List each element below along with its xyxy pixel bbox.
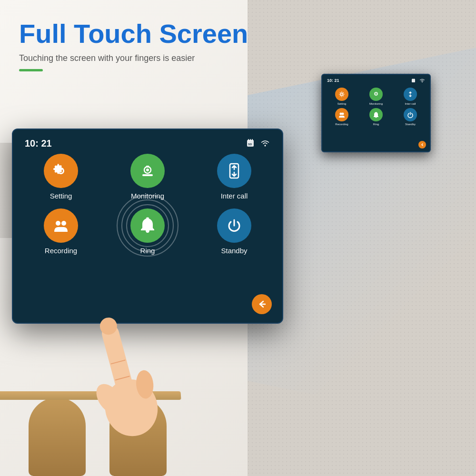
recording-label: Recording [45, 247, 77, 255]
svg-rect-21 [412, 79, 413, 79]
intercall-icon-small [404, 88, 417, 101]
sd-icon-small [412, 79, 416, 83]
app-item-small-monitoring[interactable]: Monitoring [361, 88, 391, 105]
svg-rect-23 [414, 79, 415, 79]
svg-rect-20 [412, 79, 415, 82]
setting-icon-small [335, 88, 348, 101]
app-item-small-recording[interactable]: Recording [327, 108, 357, 126]
svg-point-12 [61, 221, 66, 226]
wifi-icon-small [419, 78, 425, 83]
svg-point-7 [146, 169, 149, 171]
app-item-standby[interactable]: Standby [198, 208, 270, 255]
app-grid-large: Setting Monitoring [25, 154, 270, 255]
wifi-icon [260, 139, 270, 149]
standby-label-small: Standby [405, 123, 416, 126]
svg-point-27 [376, 93, 377, 94]
back-button-small[interactable] [418, 141, 426, 149]
screen-small: 10: 21 [321, 74, 431, 152]
screen-large-header: 10: 21 SD [25, 138, 270, 149]
intercall-label-small: Inter call [405, 102, 416, 105]
monitoring-label-small: Monitoring [369, 102, 383, 105]
app-item-ring[interactable]: Ring [111, 208, 184, 255]
app-item-recording[interactable]: Recording [25, 208, 97, 255]
setting-label-small: Setting [337, 102, 347, 105]
status-icons-small [412, 78, 425, 83]
recording-icon [44, 208, 78, 243]
svg-point-5 [265, 145, 266, 147]
standby-icon-small [404, 108, 417, 121]
ring-icon [130, 208, 165, 243]
ring-icon-small [369, 108, 383, 121]
setting-label: Setting [50, 192, 72, 200]
header: Full Touch Screen Touching the screen wi… [19, 19, 248, 71]
svg-point-29 [342, 113, 344, 115]
svg-rect-2 [250, 139, 251, 141]
recording-label-small: Recording [335, 123, 348, 126]
setting-icon [44, 154, 78, 188]
svg-text:SD: SD [248, 143, 252, 146]
svg-rect-9 [146, 166, 149, 168]
time-display-large: 10: 21 [25, 138, 52, 149]
monitoring-icon [130, 154, 165, 188]
svg-point-11 [56, 221, 60, 226]
page-subtitle: Touching the screen with your fingers is… [19, 53, 248, 63]
time-display-small: 10: 21 [327, 78, 339, 83]
app-item-small-setting[interactable]: Setting [327, 88, 357, 105]
svg-rect-8 [142, 174, 153, 176]
standby-icon [217, 208, 251, 243]
intercall-label: Inter call [221, 192, 248, 200]
recording-icon-small [335, 108, 348, 121]
svg-rect-3 [252, 139, 253, 141]
app-item-setting[interactable]: Setting [25, 154, 97, 200]
app-item-small-intercall[interactable]: Inter call [396, 88, 425, 105]
back-button-large[interactable] [252, 294, 272, 314]
page-title: Full Touch Screen [19, 19, 248, 49]
status-icons-large: SD [247, 139, 270, 149]
standby-label: Standby [221, 247, 247, 255]
app-item-intercall[interactable]: Inter call [198, 154, 270, 200]
svg-rect-22 [413, 79, 414, 79]
app-item-small-standby[interactable]: Standby [396, 108, 425, 126]
sd-icon: SD [247, 139, 257, 149]
hand-pointer [71, 286, 167, 438]
app-item-monitoring[interactable]: Monitoring [111, 154, 184, 200]
accent-bar [19, 69, 43, 71]
svg-rect-1 [248, 139, 249, 141]
monitoring-icon-small [369, 88, 383, 101]
svg-point-24 [422, 81, 423, 82]
ring-label-small: Ring [373, 123, 379, 126]
intercall-icon [217, 154, 251, 188]
svg-point-25 [341, 93, 343, 96]
screen-small-header: 10: 21 [327, 78, 425, 83]
app-item-small-ring[interactable]: Ring [361, 108, 391, 126]
app-grid-small: Setting Monitoring Inter call [327, 88, 425, 126]
